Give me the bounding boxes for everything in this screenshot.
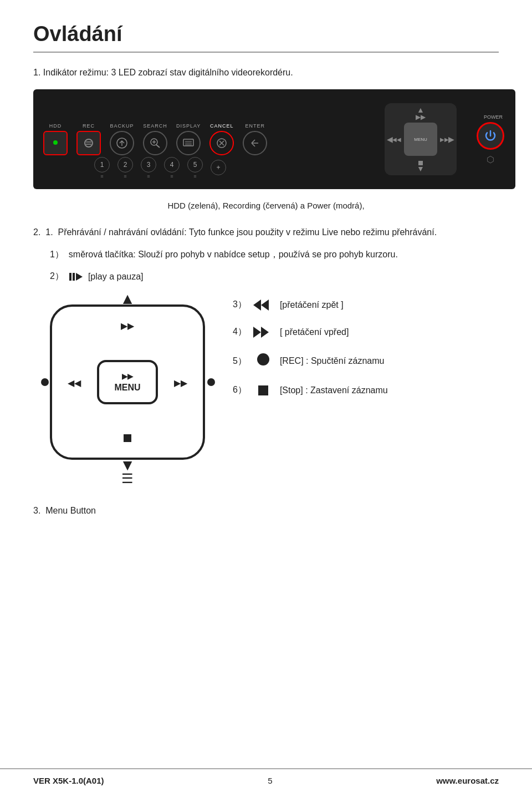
hdd-led <box>53 140 58 145</box>
section-2-subsection-text: Přehrávání / nahrávání ovládání: Tyto fu… <box>58 227 437 237</box>
section-3: 3. Menu Button <box>33 504 499 517</box>
display-button[interactable] <box>176 131 201 155</box>
nav-left-group <box>41 378 49 386</box>
section-2-number: 2. <box>33 227 40 237</box>
nav-outer: ▲ ▼ ◀ ▶ ▶▶ ◀◀ ▶▶ MENU <box>385 103 457 175</box>
legend-3-text: [přetáčení zpět ] <box>280 300 344 310</box>
cancel-button-group: CANCEL <box>209 123 234 155</box>
cancel-icon <box>216 137 228 149</box>
cancel-button[interactable] <box>209 131 234 155</box>
search-button-group: SEARCH <box>143 123 167 155</box>
hdd-button[interactable] <box>43 131 68 155</box>
legend-item-4: 4） [ přetáčení vpřed] <box>233 326 499 338</box>
num-btn-3-lines: ≡ <box>147 174 150 179</box>
nav-arrow-right-icon[interactable]: ▶ <box>448 135 454 144</box>
num-btn-2-circle: 2 <box>117 157 133 172</box>
backup-icon <box>116 137 128 149</box>
num-btn-4-lines: ≡ <box>170 174 173 179</box>
dvr-description: HDD (zelená), Recording (červená) a Powe… <box>33 199 499 212</box>
power-button[interactable] <box>477 122 504 150</box>
section-1-number: 1. <box>33 68 40 77</box>
search-icon <box>149 137 161 149</box>
point-1-number: 1） <box>50 250 64 259</box>
big-nav-inner-stop-icon <box>124 434 131 442</box>
num-btn-1-circle: 1 <box>94 157 110 172</box>
search-label: SEARCH <box>143 123 167 129</box>
legend-list: 3） [přetáčení zpět ] 4） [ přetáčení vpře… <box>233 288 499 412</box>
legend-5-rec-icon <box>253 353 273 369</box>
footer-page-number: 5 <box>268 776 272 785</box>
page-title: Ovládání <box>33 22 499 53</box>
svg-line-4 <box>156 145 160 148</box>
play-pause-icon <box>69 273 83 281</box>
stop-square-icon <box>258 385 268 395</box>
enter-button-group: ENTER <box>243 123 267 155</box>
num-btn-3[interactable]: 3 ≡ <box>141 157 156 179</box>
legend-item-5: 5） [REC] : Spučtění záznamu <box>233 353 499 369</box>
rec-circle-icon <box>257 353 269 365</box>
rewind-symbol: ◀◀ <box>68 378 81 388</box>
section-3-number: 3. <box>33 506 40 515</box>
nav-diagram: ▲ ▼ ▶▶ <box>44 304 211 471</box>
point-1-text: směrová tlačítka: Slouží pro pohyb v nab… <box>69 250 398 259</box>
big-nav-center-button[interactable]: ▶▶ MENU <box>97 360 158 404</box>
svg-point-0 <box>85 139 93 147</box>
num-btn-5-circle: 5 <box>187 157 203 172</box>
footer-version: VER X5K-1.0(A01) <box>33 776 104 785</box>
pause-icon <box>69 273 75 281</box>
nav-center-menu[interactable]: MENU <box>404 123 437 156</box>
num-btn-1[interactable]: 1 ≡ <box>94 157 110 179</box>
num-btn-2[interactable]: 2 ≡ <box>117 157 133 179</box>
num-btn-4-circle: 4 <box>164 157 180 172</box>
pause-bar-1 <box>69 273 71 281</box>
legend-6-num: 6） <box>233 384 247 396</box>
legend-5-num: 5） <box>233 356 247 367</box>
num-btn-plus[interactable]: + <box>211 160 226 176</box>
forward-symbol: ▶▶ <box>174 378 187 388</box>
section-1-text: Indikátor režimu: 3 LED zobrazí stav dig… <box>43 68 293 77</box>
search-button[interactable] <box>143 131 167 155</box>
nav-right-group <box>207 378 215 386</box>
legend-4-num: 4） <box>233 326 247 338</box>
num-btn-2-lines: ≡ <box>124 174 126 179</box>
point-2-text: [play a pauza] <box>88 272 144 282</box>
rec-button-group: REC <box>76 123 101 155</box>
diagram-wrapper: ▲ ▼ ▶▶ <box>33 288 222 488</box>
section-2-header: 2. 1. Přehrávání / nahrávání ovládání: T… <box>33 226 499 239</box>
num-btn-5[interactable]: 5 ≡ <box>187 157 203 179</box>
rec-button[interactable] <box>76 131 101 155</box>
big-nav-inner-forward-icon: ▶▶ <box>174 376 187 389</box>
backup-label: BACKUP <box>110 123 134 129</box>
footer-url: www.eurosat.cz <box>436 776 499 785</box>
enter-label: ENTER <box>245 123 265 129</box>
play-up-symbol: ▶▶ <box>121 321 134 331</box>
display-label: DISPLAY <box>176 123 201 129</box>
num-btn-4[interactable]: 4 ≡ <box>164 157 180 179</box>
enter-icon <box>249 137 261 149</box>
display-icon <box>182 137 195 149</box>
backup-button[interactable] <box>110 131 134 155</box>
nav-cluster-wrapper: ▲ ▼ ◀ ▶ ▶▶ ◀◀ ▶▶ MENU <box>374 103 468 175</box>
menu-label: MENU <box>414 137 427 142</box>
nav-rewind-icon: ◀◀ <box>392 136 401 143</box>
power-label: POWER <box>484 114 503 120</box>
nav-stop-icon <box>418 161 423 165</box>
power-section: POWER ⬡ <box>477 114 510 165</box>
section-2-subsection-number: 1. <box>45 227 53 237</box>
num-btn-plus-circle: + <box>211 160 226 175</box>
power-icon <box>484 129 497 143</box>
point-1: 1） směrová tlačítka: Slouží pro pohyb v … <box>50 249 499 261</box>
nav-ffwd-icon: ▶▶ <box>440 136 449 143</box>
rewind-tri-1 <box>253 299 261 311</box>
enter-button[interactable] <box>243 131 267 155</box>
num-btn-5-lines: ≡ <box>193 174 196 179</box>
nav-arrow-down-icon[interactable]: ▼ <box>417 164 424 173</box>
section-2: 2. 1. Přehrávání / nahrávání ovládání: T… <box>33 226 499 488</box>
section-3-text: Menu Button <box>45 506 96 515</box>
point-2: 2） [play a pauza] <box>50 271 499 282</box>
rec-icon <box>83 138 94 149</box>
legend-4-ffwd-icon <box>253 327 273 338</box>
legend-6-stop-icon <box>253 385 273 395</box>
num-btn-3-circle: 3 <box>141 157 156 172</box>
legend-3-num: 3） <box>233 299 247 311</box>
